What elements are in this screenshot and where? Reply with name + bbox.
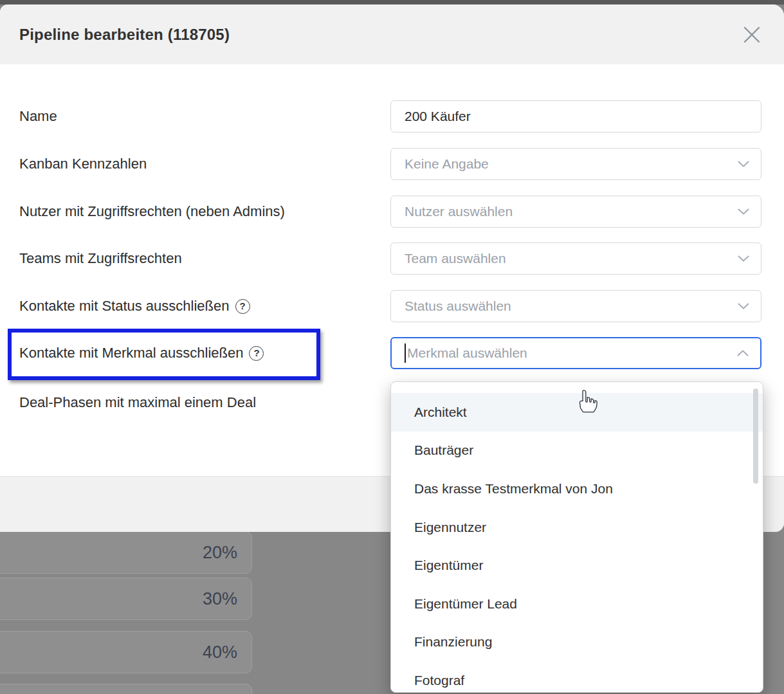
dropdown-option[interactable]: Eigentümer Lead bbox=[391, 585, 763, 623]
dropdown-option[interactable]: Bauträger bbox=[391, 432, 763, 470]
nutzer-select[interactable]: Nutzer auswählen bbox=[390, 196, 761, 228]
select-placeholder: Team auswählen bbox=[405, 251, 506, 266]
background-stage-card bbox=[0, 684, 252, 694]
background-toolbar-strip bbox=[0, 0, 784, 5]
dialog-header: Pipeline bearbeiten (118705) bbox=[0, 5, 784, 64]
background-stage-card: 30% bbox=[0, 578, 252, 620]
select-placeholder: Keine Angabe bbox=[405, 156, 489, 172]
chevron-down-icon bbox=[738, 303, 749, 309]
dialog-title: Pipeline bearbeiten (118705) bbox=[19, 26, 230, 44]
merkmal-dropdown-panel: Architekt Bauträger Das krasse Testmerkm… bbox=[390, 381, 763, 693]
chevron-up-icon bbox=[737, 350, 749, 356]
label-kontakte-status-ausschliessen: Kontakte mit Status ausschließen ? bbox=[19, 290, 250, 322]
background-stage-card: 40% bbox=[0, 631, 252, 673]
label-deal-phasen: Deal-Phasen mit maximal einem Deal bbox=[19, 387, 256, 419]
dropdown-option[interactable]: Finanzierung bbox=[391, 623, 763, 662]
dropdown-option[interactable]: Eigennutzer bbox=[391, 508, 763, 547]
dropdown-notch bbox=[564, 381, 579, 388]
label-nutzer-zugriffsrechte: Nutzer mit Zugriffsrechten (neben Admins… bbox=[19, 196, 285, 228]
stage-probability: 40% bbox=[203, 643, 237, 662]
chevron-down-icon bbox=[738, 161, 749, 167]
merkmal-select[interactable]: Merkmal auswählen bbox=[390, 337, 761, 369]
chevron-down-icon bbox=[738, 208, 749, 215]
dropdown-option-list: Architekt Bauträger Das krasse Testmerkm… bbox=[391, 393, 763, 693]
background-stage-card: 20% bbox=[0, 531, 252, 574]
dropdown-option[interactable]: Das krasse Testmerkmal von Jon bbox=[391, 470, 763, 508]
close-icon bbox=[742, 24, 762, 45]
label-kanban-kennzahlen: Kanban Kennzahlen bbox=[19, 148, 147, 180]
kanban-kennzahlen-select[interactable]: Keine Angabe bbox=[390, 148, 761, 180]
close-button[interactable] bbox=[738, 21, 766, 49]
dropdown-option[interactable]: Architekt bbox=[391, 393, 763, 432]
select-placeholder: Status auswählen bbox=[405, 298, 511, 314]
dropdown-option[interactable]: Eigentümer bbox=[391, 546, 763, 585]
select-placeholder: Merkmal auswählen bbox=[407, 345, 527, 361]
help-icon[interactable]: ? bbox=[249, 346, 264, 361]
stage-probability: 20% bbox=[203, 543, 237, 563]
chevron-down-icon bbox=[738, 255, 749, 262]
select-placeholder: Nutzer auswählen bbox=[405, 204, 513, 219]
label-kontakte-merkmal-ausschliessen: Kontakte mit Merkmal ausschließen ? bbox=[19, 337, 264, 369]
help-icon[interactable]: ? bbox=[235, 299, 250, 314]
dropdown-option[interactable]: Fotograf bbox=[391, 661, 763, 693]
name-input[interactable] bbox=[390, 100, 761, 132]
stage-probability: 30% bbox=[203, 589, 237, 609]
label-name: Name bbox=[19, 100, 57, 132]
status-select[interactable]: Status auswählen bbox=[390, 290, 761, 322]
dropdown-scrollbar-thumb[interactable] bbox=[753, 388, 758, 484]
label-teams-zugriffsrechte: Teams mit Zugriffsrechten bbox=[19, 242, 182, 275]
teams-select[interactable]: Team auswählen bbox=[390, 242, 761, 275]
text-caret bbox=[405, 343, 406, 363]
